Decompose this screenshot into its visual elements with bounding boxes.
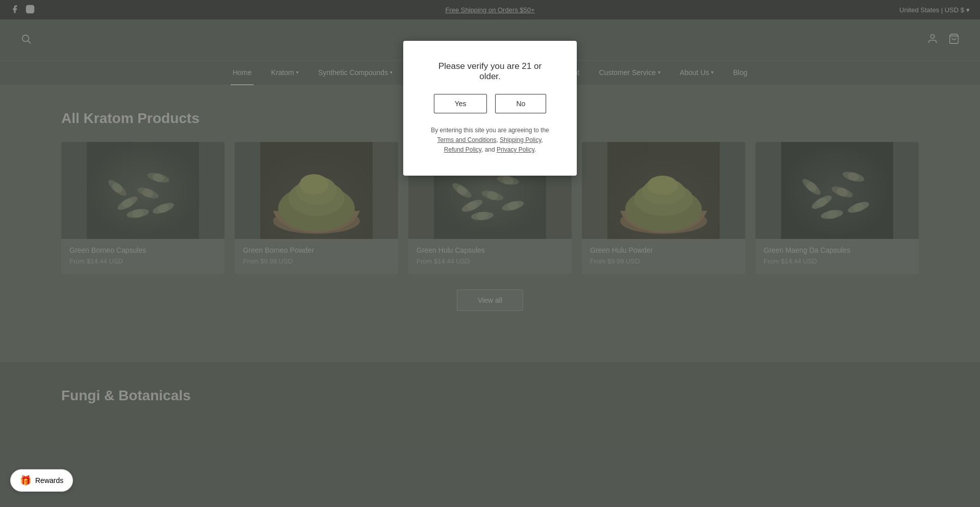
legal-prefix: By entering this site you are agreeing t… [431, 127, 549, 134]
modal-legal-text: By entering this site you are agreeing t… [429, 126, 551, 155]
modal-buttons: Yes No [429, 94, 551, 113]
yes-button[interactable]: Yes [434, 94, 487, 113]
no-button[interactable]: No [495, 94, 546, 113]
privacy-link[interactable]: Privacy Policy [497, 146, 534, 153]
legal-sep2: , [541, 136, 543, 143]
refund-link[interactable]: Refund Policy [444, 146, 481, 153]
age-verification-overlay: Please verify you are 21 or older. Yes N… [0, 0, 980, 445]
age-verification-modal: Please verify you are 21 or older. Yes N… [403, 41, 577, 176]
shipping-link[interactable]: Shipping Policy [500, 136, 541, 143]
legal-and: , and [481, 146, 497, 153]
terms-link[interactable]: Terms and Conditions [437, 136, 496, 143]
legal-suffix: . [534, 146, 536, 153]
modal-title: Please verify you are 21 or older. [429, 61, 551, 82]
